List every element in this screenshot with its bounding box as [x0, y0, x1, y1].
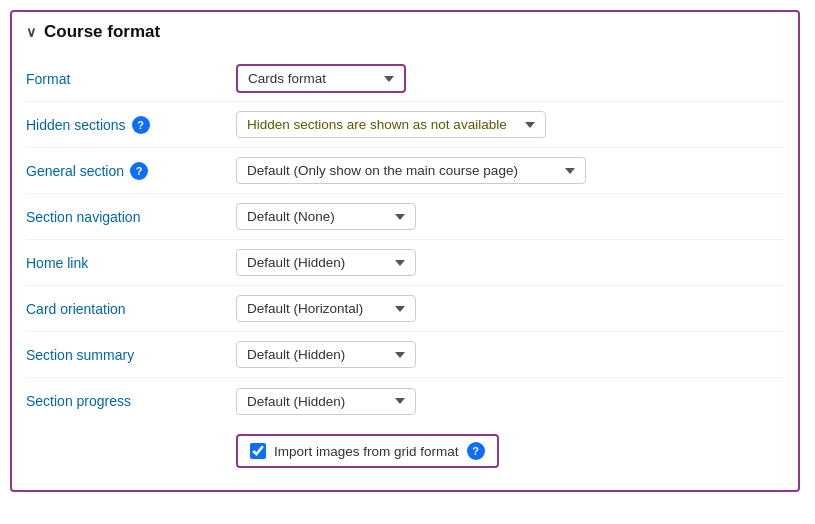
section-summary-select[interactable]: Default (Hidden) Show Hidden: [236, 341, 416, 368]
import-images-wrapper: Import images from grid format ?: [26, 424, 784, 472]
section-progress-row: Section progress Default (Hidden) Show H…: [26, 378, 784, 424]
section-navigation-row: Section navigation Default (None) Previo…: [26, 194, 784, 240]
import-images-container: Import images from grid format ?: [236, 434, 499, 468]
format-select[interactable]: Cards format Topics format Weekly format: [236, 64, 406, 93]
format-row: Format Cards format Topics format Weekly…: [26, 56, 784, 102]
import-images-checkbox[interactable]: [250, 443, 266, 459]
home-link-label: Home link: [26, 255, 236, 271]
hidden-sections-help-icon[interactable]: ?: [132, 116, 150, 134]
card-orientation-control: Default (Horizontal) Horizontal Vertical: [236, 295, 416, 322]
section-header: ∨ Course format: [26, 22, 784, 42]
import-images-help-icon[interactable]: ?: [467, 442, 485, 460]
section-title: Course format: [44, 22, 160, 42]
section-navigation-select[interactable]: Default (None) Previous/Next Numbered: [236, 203, 416, 230]
chevron-icon[interactable]: ∨: [26, 24, 36, 40]
home-link-select[interactable]: Default (Hidden) Show Hidden: [236, 249, 416, 276]
hidden-sections-label: Hidden sections ?: [26, 116, 236, 134]
home-link-control: Default (Hidden) Show Hidden: [236, 249, 416, 276]
general-section-select[interactable]: Default (Only show on the main course pa…: [236, 157, 586, 184]
card-orientation-select[interactable]: Default (Horizontal) Horizontal Vertical: [236, 295, 416, 322]
format-control: Cards format Topics format Weekly format: [236, 64, 406, 93]
general-section-row: General section ? Default (Only show on …: [26, 148, 784, 194]
format-label: Format: [26, 71, 236, 87]
section-navigation-label: Section navigation: [26, 209, 236, 225]
hidden-sections-row: Hidden sections ? Hidden sections are sh…: [26, 102, 784, 148]
card-orientation-row: Card orientation Default (Horizontal) Ho…: [26, 286, 784, 332]
general-section-help-icon[interactable]: ?: [130, 162, 148, 180]
general-section-label: General section ?: [26, 162, 236, 180]
hidden-sections-select[interactable]: Hidden sections are shown as not availab…: [236, 111, 546, 138]
home-link-row: Home link Default (Hidden) Show Hidden: [26, 240, 784, 286]
section-summary-control: Default (Hidden) Show Hidden: [236, 341, 416, 368]
section-navigation-control: Default (None) Previous/Next Numbered: [236, 203, 416, 230]
section-progress-control: Default (Hidden) Show Hidden: [236, 388, 416, 415]
hidden-sections-control: Hidden sections are shown as not availab…: [236, 111, 546, 138]
section-summary-label: Section summary: [26, 347, 236, 363]
course-format-section: ∨ Course format Format Cards format Topi…: [10, 10, 800, 492]
section-progress-label: Section progress: [26, 393, 236, 409]
section-summary-row: Section summary Default (Hidden) Show Hi…: [26, 332, 784, 378]
import-images-label[interactable]: Import images from grid format: [274, 444, 459, 459]
card-orientation-label: Card orientation: [26, 301, 236, 317]
section-progress-select[interactable]: Default (Hidden) Show Hidden: [236, 388, 416, 415]
general-section-control: Default (Only show on the main course pa…: [236, 157, 586, 184]
